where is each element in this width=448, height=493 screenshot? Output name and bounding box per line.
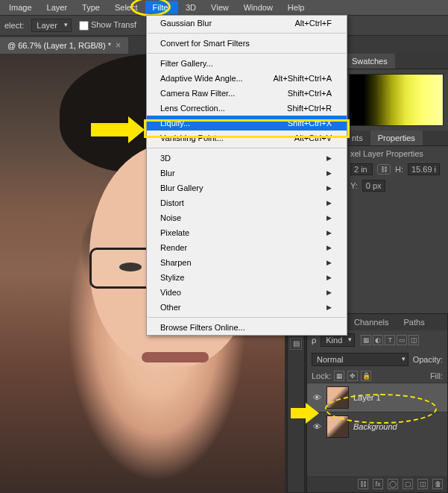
menu-item-pixelate[interactable]: Pixelate▶ [147, 225, 347, 240]
lock-position-icon[interactable]: ✥ [347, 371, 358, 381]
submenu-arrow-icon: ▶ [326, 274, 332, 281]
menu-item-distort[interactable]: Distort▶ [147, 195, 347, 210]
blend-mode-combo[interactable]: Normal [312, 353, 408, 366]
type-filter-icon: T [385, 335, 395, 345]
mask-icon[interactable]: ◯ [388, 479, 398, 489]
menu-item-gaussian-blur[interactable]: Gaussian BlurAlt+Ctrl+F [147, 16, 347, 31]
link-layers-icon[interactable]: ⛓ [358, 479, 368, 489]
adjustments-tab[interactable]: nts [344, 131, 370, 145]
menu-item-lens-correction[interactable]: Lens Correction...Shift+Ctrl+R [147, 101, 347, 116]
link-icon[interactable]: ⛓ [377, 164, 391, 175]
annotation-arrow-liquify [91, 116, 145, 143]
menu-3d[interactable]: 3D [178, 1, 204, 14]
menu-item-camera-raw-filter[interactable]: Camera Raw Filter...Shift+Ctrl+A [147, 86, 347, 101]
menu-window[interactable]: Window [236, 1, 280, 14]
width-field[interactable]: 2 in [350, 163, 373, 175]
submenu-arrow-icon: ▶ [326, 199, 332, 207]
submenu-arrow-icon: ▶ [326, 184, 332, 192]
swatches-tab[interactable]: Swatches [344, 54, 395, 69]
tab-paths[interactable]: Paths [397, 314, 432, 330]
menu-layer[interactable]: Layer [40, 1, 75, 14]
menu-item-adaptive-wide-angle[interactable]: Adaptive Wide Angle...Alt+Shift+Ctrl+A [147, 71, 347, 86]
filter-menu: Gaussian BlurAlt+Ctrl+FConvert for Smart… [146, 15, 347, 336]
shape-filter-icon: ▭ [397, 335, 407, 345]
submenu-arrow-icon: ▶ [326, 304, 332, 311]
menu-item-video[interactable]: Video▶ [147, 285, 347, 300]
document-tab[interactable]: @ 66.7% (Layer 1, RGB/8) * × [0, 37, 128, 54]
visibility-icon[interactable]: 👁 [312, 393, 322, 402]
pixel-filter-icon: ▦ [361, 335, 371, 345]
submenu-arrow-icon: ▶ [326, 154, 332, 162]
kind-icon: ρ [312, 336, 316, 345]
menu-item-filter-gallery[interactable]: Filter Gallery... [147, 56, 347, 71]
show-transform-checkbox[interactable]: Show Transf [79, 20, 136, 31]
layers-bottom-bar: ⛓ fx ◯ ▢ ◫ 🗑 [307, 476, 447, 492]
submenu-arrow-icon: ▶ [326, 229, 332, 236]
annotation-oval-layer1 [325, 394, 437, 424]
menu-item-vanishing-point[interactable]: Vanishing Point...Alt+Ctrl+V [147, 131, 347, 145]
annotation-arrow-layer [291, 403, 319, 424]
trash-icon[interactable]: 🗑 [432, 479, 443, 489]
height-field[interactable]: 15.69 i [408, 163, 440, 175]
menu-view[interactable]: View [204, 1, 236, 14]
adj-filter-icon: ◐ [373, 335, 383, 345]
menu-help[interactable]: Help [280, 1, 312, 14]
close-icon[interactable]: × [116, 40, 121, 51]
menu-image[interactable]: Image [1, 1, 40, 14]
submenu-arrow-icon: ▶ [326, 244, 332, 251]
filter-icons[interactable]: ▦◐T▭◫ [359, 335, 419, 345]
lock-all-icon[interactable]: 🔒 [361, 371, 371, 381]
lock-pixels-icon[interactable]: ▦ [334, 371, 344, 381]
properties-title: xel Layer Properties [344, 146, 448, 161]
menu-item-convert-for-smart-filters[interactable]: Convert for Smart Filters [147, 36, 347, 51]
menu-item-other[interactable]: Other▶ [147, 300, 347, 315]
menu-item-blur[interactable]: Blur▶ [147, 166, 347, 180]
folder-icon[interactable]: ▢ [403, 479, 413, 489]
submenu-arrow-icon: ▶ [326, 289, 332, 296]
menu-type[interactable]: Type [75, 1, 107, 14]
menu-item-browse-filters-online[interactable]: Browse Filters Online... [147, 320, 347, 335]
menu-item-sharpen[interactable]: Sharpen▶ [147, 255, 347, 270]
menu-item-stylize[interactable]: Stylize▶ [147, 270, 347, 285]
y-field[interactable]: 0 px [362, 180, 385, 192]
select-label: elect: [4, 21, 24, 30]
menu-item-noise[interactable]: Noise▶ [147, 210, 347, 225]
tab-channels[interactable]: Channels [347, 314, 396, 330]
swatches-gradient[interactable] [349, 74, 444, 126]
submenu-arrow-icon: ▶ [326, 214, 332, 222]
menubar: ImageLayerTypeSelectFilter3DViewWindowHe… [0, 0, 448, 15]
menu-item-blur-gallery[interactable]: Blur Gallery▶ [147, 180, 347, 195]
submenu-arrow-icon: ▶ [326, 259, 332, 266]
menu-item-liquify[interactable]: Liquify...Shift+Ctrl+X [147, 116, 347, 131]
properties-tab[interactable]: Properties [370, 131, 423, 145]
menu-item-3d[interactable]: 3D▶ [147, 151, 347, 166]
actions-icon[interactable]: ▤ [290, 338, 302, 350]
fx-icon[interactable]: fx [373, 479, 383, 489]
menu-item-render[interactable]: Render▶ [147, 240, 347, 255]
smart-filter-icon: ◫ [408, 335, 419, 345]
layer-combo[interactable]: Layer [31, 19, 72, 32]
submenu-arrow-icon: ▶ [326, 169, 332, 177]
new-layer-icon[interactable]: ◫ [417, 479, 428, 489]
